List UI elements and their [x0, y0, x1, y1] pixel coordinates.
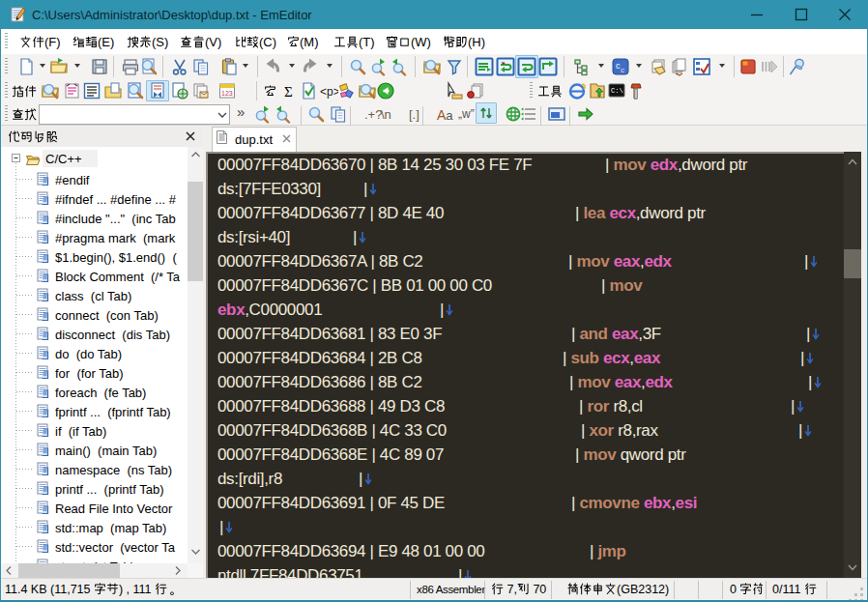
- svg-text:Σ: Σ: [284, 84, 293, 100]
- svg-text:C:\: C:\: [611, 87, 623, 95]
- svg-text:<p>: <p>: [320, 85, 338, 99]
- svg-text:123: 123: [221, 90, 233, 97]
- svg-text:c: c: [621, 66, 624, 74]
